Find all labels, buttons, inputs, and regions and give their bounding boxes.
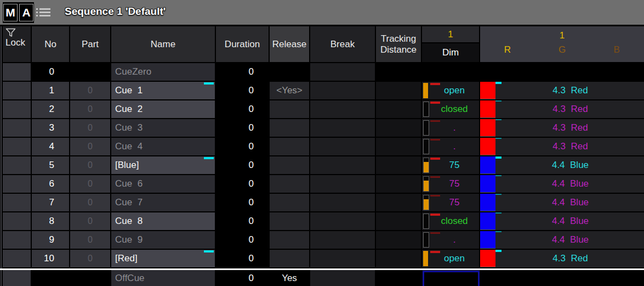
column-header-duration[interactable]: Duration bbox=[216, 26, 269, 62]
title-bar[interactable]: M A Sequence 1 'Default' bbox=[0, 0, 644, 25]
release-cell[interactable] bbox=[270, 138, 309, 155]
rgb-cell[interactable]: 4.4 Blue bbox=[480, 156, 644, 174]
name-cell[interactable]: OffCue bbox=[111, 270, 215, 286]
no-cell[interactable]: 8 bbox=[32, 212, 69, 230]
name-cell[interactable]: Cue 6 bbox=[111, 175, 215, 193]
tracking-cell[interactable] bbox=[376, 156, 421, 174]
duration-cell[interactable]: 0 bbox=[216, 194, 269, 211]
part-cell[interactable] bbox=[70, 63, 110, 81]
tracking-cell[interactable] bbox=[376, 119, 421, 137]
dim-cell[interactable]: 75 bbox=[422, 194, 479, 211]
tracking-cell[interactable] bbox=[376, 231, 421, 249]
release-cell[interactable] bbox=[270, 156, 309, 174]
rgb-cell[interactable]: 4.4 Blue bbox=[480, 212, 644, 230]
column-header-break[interactable]: Break bbox=[310, 26, 375, 62]
tracking-cell[interactable] bbox=[376, 138, 421, 155]
break-cell[interactable] bbox=[310, 119, 375, 137]
duration-cell[interactable]: 0 bbox=[216, 119, 269, 137]
lock-cell[interactable] bbox=[3, 270, 31, 286]
no-cell[interactable]: 7 bbox=[32, 194, 69, 211]
release-cell[interactable]: <Yes> bbox=[270, 82, 309, 99]
no-cell[interactable]: 1 bbox=[32, 82, 69, 99]
break-cell[interactable] bbox=[310, 156, 375, 174]
name-cell[interactable]: Cue 2 bbox=[111, 100, 215, 118]
window-menu-icon[interactable] bbox=[36, 8, 50, 18]
rgb-cell[interactable]: 4.3 Red bbox=[480, 138, 644, 155]
tracking-cell[interactable] bbox=[376, 175, 421, 193]
name-cell[interactable]: Cue 7 bbox=[111, 194, 215, 211]
column-header-dim[interactable]: Dim bbox=[422, 43, 479, 62]
name-cell[interactable]: Cue 1 bbox=[111, 82, 215, 99]
lock-cell[interactable] bbox=[3, 82, 31, 99]
release-cell[interactable] bbox=[270, 212, 309, 230]
name-cell[interactable]: Cue 9 bbox=[111, 231, 215, 249]
release-cell[interactable] bbox=[270, 175, 309, 193]
tracking-cell[interactable] bbox=[376, 82, 421, 99]
column-header-lock[interactable]: Lock bbox=[3, 26, 31, 62]
lock-cell[interactable] bbox=[3, 175, 31, 193]
no-cell[interactable]: 2 bbox=[32, 100, 69, 118]
no-cell[interactable]: 5 bbox=[32, 156, 69, 174]
rgb-cell[interactable]: 4.4 Blue bbox=[480, 231, 644, 249]
lock-cell[interactable] bbox=[3, 156, 31, 174]
rgb-cell[interactable]: 4.3 Red bbox=[480, 100, 644, 118]
duration-cell[interactable]: 0 bbox=[216, 212, 269, 230]
lock-cell[interactable] bbox=[3, 194, 31, 211]
column-header-release[interactable]: Release bbox=[270, 26, 309, 62]
lock-cell[interactable] bbox=[3, 231, 31, 249]
duration-cell[interactable]: 0 bbox=[216, 231, 269, 249]
column-header-tracking-distance[interactable]: Tracking Distance bbox=[376, 26, 421, 62]
part-cell[interactable]: 0 bbox=[70, 82, 110, 99]
part-cell[interactable]: 0 bbox=[70, 138, 110, 155]
break-cell[interactable] bbox=[310, 231, 375, 249]
release-cell[interactable] bbox=[270, 231, 309, 249]
rgb-cell[interactable]: 4.3 Red bbox=[480, 250, 644, 267]
break-cell[interactable] bbox=[310, 212, 375, 230]
tracking-cell[interactable] bbox=[376, 250, 421, 267]
no-cell[interactable]: 0 bbox=[32, 63, 69, 81]
release-cell[interactable] bbox=[270, 194, 309, 211]
name-cell[interactable]: [Blue] bbox=[111, 156, 215, 174]
duration-cell[interactable]: 0 bbox=[216, 175, 269, 193]
column-header-name[interactable]: Name bbox=[111, 26, 215, 62]
duration-cell[interactable]: 0 bbox=[216, 250, 269, 267]
dim-cell[interactable]: . bbox=[422, 119, 479, 137]
lock-cell[interactable] bbox=[3, 63, 31, 81]
part-cell[interactable]: 0 bbox=[70, 212, 110, 230]
no-cell[interactable]: 4 bbox=[32, 138, 69, 155]
no-cell[interactable]: 6 bbox=[32, 175, 69, 193]
release-cell[interactable] bbox=[270, 100, 309, 118]
release-cell[interactable] bbox=[270, 119, 309, 137]
lock-cell[interactable] bbox=[3, 100, 31, 118]
dim-cell[interactable] bbox=[422, 63, 479, 81]
dim-cell[interactable]: open bbox=[422, 250, 479, 267]
duration-cell[interactable]: 0 bbox=[216, 138, 269, 155]
no-cell[interactable]: 10 bbox=[32, 250, 69, 267]
rgb-cell[interactable] bbox=[480, 63, 644, 81]
no-cell[interactable]: 9 bbox=[32, 231, 69, 249]
part-cell[interactable]: 0 bbox=[70, 194, 110, 211]
break-cell[interactable] bbox=[310, 194, 375, 211]
dim-cell[interactable]: . bbox=[422, 231, 479, 249]
name-cell[interactable]: [Red] bbox=[111, 250, 215, 267]
break-cell[interactable] bbox=[310, 82, 375, 99]
dim-cell[interactable]: closed bbox=[422, 100, 479, 118]
break-cell[interactable] bbox=[310, 100, 375, 118]
ma-logo[interactable]: M A bbox=[3, 2, 34, 23]
rgb-cell[interactable]: 4.4 Blue bbox=[480, 175, 644, 193]
duration-cell[interactable]: 0 bbox=[216, 82, 269, 99]
break-cell[interactable] bbox=[310, 175, 375, 193]
name-cell[interactable]: Cue 8 bbox=[111, 212, 215, 230]
tracking-cell[interactable] bbox=[376, 270, 421, 286]
name-cell[interactable]: Cue 4 bbox=[111, 138, 215, 155]
name-cell[interactable]: CueZero bbox=[111, 63, 215, 81]
dim-cell[interactable]: . bbox=[422, 138, 479, 155]
dim-fixture-number[interactable]: 1 bbox=[422, 26, 479, 42]
dim-cell[interactable]: 75 bbox=[422, 156, 479, 174]
break-cell[interactable] bbox=[310, 138, 375, 155]
dim-cell-selected[interactable] bbox=[422, 270, 479, 286]
lock-cell[interactable] bbox=[3, 138, 31, 155]
column-header-rgb-group[interactable]: 1 R G B bbox=[480, 26, 644, 62]
duration-cell[interactable]: 0 bbox=[216, 270, 269, 286]
dim-cell[interactable]: open bbox=[422, 82, 479, 99]
